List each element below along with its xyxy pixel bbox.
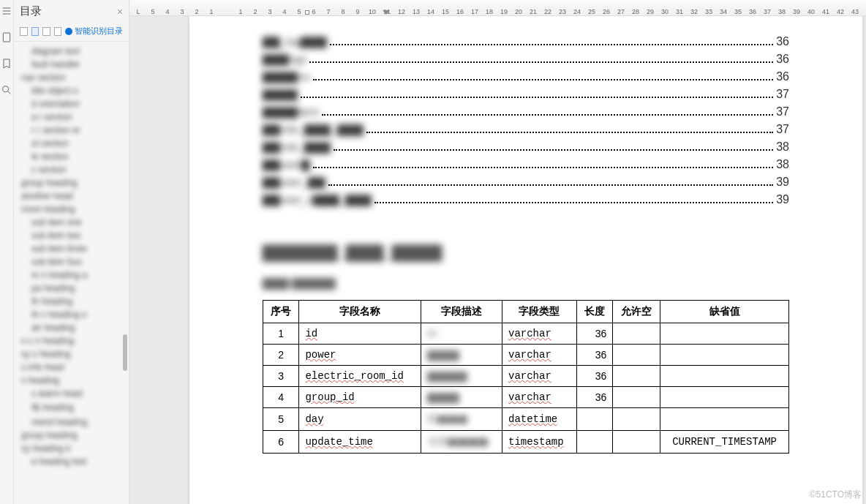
table-cell [613,408,660,431]
toc-item[interactable]: sub item one [21,216,129,229]
doc-toc-label: ▇▇▇▇nu [263,70,310,83]
document-viewport[interactable]: ◉ ▇▇_log▇▇▇36▇▇▇ngs36▇▇▇▇nu36▇▇▇▇37▇▇▇▇l… [129,16,866,504]
toc-item[interactable]: th c heading o [21,308,129,321]
toc-item[interactable]: group heading [21,176,129,189]
horizontal-ruler[interactable]: ▾ L5432112345678910111213141516171819202… [129,0,866,16]
table-row: 6update_time当前▇▇▇▇timestampCURRENT_TIMES… [263,431,789,454]
toc-item[interactable]: a r section [21,110,129,124]
toc-item[interactable]: diagram text [21,45,129,58]
doc-toc-entry[interactable]: ▇▇role_▇▇▇38 [263,140,789,154]
table-cell: CURRENT_TIMESTAMP [660,431,789,454]
toc-checkbox-4[interactable] [54,27,62,36]
toc-item[interactable]: fault handler [21,58,129,71]
doc-toc-entry[interactable]: ▇▇▇▇larm37 [263,105,789,119]
table-cell [576,408,612,431]
doc-toc-page: 39 [776,176,789,189]
ruler-mark: 41 [818,8,833,15]
ruler-mark: 3 [175,8,189,15]
toc-item[interactable]: 电 heading [21,400,129,415]
section-heading: ▇▇▇▇▇▇_▇▇▇_▇▇▇▇ [263,243,789,262]
toc-item[interactable]: c section [21,163,129,176]
toc-icon[interactable] [0,4,13,18]
toc-list[interactable]: diagram text fault handler nav section t… [14,42,129,504]
doc-toc-label: ▇▇_log▇▇▇ [263,35,327,48]
table-cell: 36 [576,323,612,345]
toc-item[interactable]: d orientation [21,97,129,110]
th-default: 缺省值 [660,301,789,323]
table-cell: 6 [263,431,299,454]
ruler-mark: 43 [848,8,862,15]
ruler-mark: 38 [775,8,789,15]
toc-item[interactable]: sub item four [21,255,129,268]
close-icon[interactable]: × [117,6,123,18]
toc-item[interactable]: s heading [21,374,129,387]
toc-scrollbar-thumb[interactable] [123,334,127,371]
toc-item[interactable]: sy s heading [21,347,129,361]
doc-toc-entry[interactable]: ▇▇_log▇▇▇36 [263,35,789,48]
table-cell: day [299,408,421,431]
table-cell: ID [421,323,502,345]
toc-item[interactable]: another head [21,189,129,203]
doc-toc-leader [301,97,773,98]
toc-panel: 目录 × 智能识别目录 diagram text fault handler n… [14,0,129,504]
doc-toc-entry[interactable]: ▇▇user▇38 [263,158,789,171]
toc-item[interactable]: title object o [21,84,129,97]
doc-toc-entry[interactable]: ▇▇user_s▇▇▇_▇▇▇39 [263,193,789,206]
doc-toc-page: 39 [776,193,789,206]
doc-toc-entry[interactable]: ▇▇user_▇▇39 [263,176,789,189]
toc-checkbox-3[interactable] [42,27,50,36]
ruler-mark: 35 [731,8,745,15]
toc-item[interactable]: m n heading a [21,268,129,282]
ruler-mark: 24 [570,8,584,15]
toc-item[interactable]: mend heading [21,415,129,429]
table-cell: 36 [576,387,612,408]
page-icon[interactable] [0,31,13,44]
toc-item[interactable]: n c n heading [21,334,129,347]
toc-item[interactable]: e heading text [21,455,129,468]
doc-toc-entry[interactable]: ▇▇role_▇▇▇_▇▇▇37 [263,123,789,136]
toc-item[interactable]: r r section er [21,124,129,137]
ruler-mark: 9 [350,8,365,15]
toc-item[interactable]: sub item two [21,229,129,242]
doc-toc-leader [309,61,773,63]
ruler-left-margin[interactable] [305,10,309,15]
toc-item[interactable]: ol section [21,137,129,150]
th-name: 字段名称 [299,301,421,323]
toc-item[interactable]: th heading [21,295,129,308]
doc-toc-entry[interactable]: ▇▇▇▇37 [263,88,789,101]
doc-toc-leader [328,184,774,186]
toc-item[interactable]: air heading [21,321,129,334]
toc-item[interactable]: s info head [21,361,129,374]
toc-item[interactable]: pa heading [21,282,129,295]
doc-toc-entry[interactable]: ▇▇▇ngs36 [263,53,789,66]
ruler-mark: 27 [614,8,628,15]
ruler-mark: 17 [467,8,482,15]
ruler-mark: 2 [248,8,263,15]
table-cell: 1 [263,323,299,345]
toc-checkbox-1[interactable] [20,27,28,36]
table-cell [660,408,789,431]
bookmark-icon[interactable] [0,57,13,70]
toc-item[interactable]: sub item three [21,242,129,255]
toc-item[interactable]: nav section [21,71,129,84]
table-cell [660,366,789,387]
ruler-mark: 5 [292,8,306,15]
toc-checkbox-2[interactable] [31,27,39,36]
doc-toc-entry[interactable]: ▇▇▇▇nu36 [263,70,789,83]
ruler-indent-marker[interactable] [383,10,390,15]
table-cell: 当前▇▇▇▇ [421,431,502,454]
toc-item[interactable]: more heading [21,203,129,216]
search-icon[interactable] [0,83,13,97]
fields-table: 序号 字段名称 字段描述 字段类型 长度 允许空 缺省值 1idIDvarcha… [263,300,789,454]
toc-item[interactable]: group heading [21,429,129,442]
table-row: 4group_id▇▇▇▇varchar36 [263,387,789,408]
smart-detect-toc[interactable]: 智能识别目录 [65,26,123,37]
table-cell [613,345,660,366]
table-cell: datetime [502,408,577,431]
th-seq: 序号 [263,301,299,323]
toc-toolbar: 智能识别目录 [14,23,129,42]
sub-heading: ▇▇▇ ▇▇▇▇▇ [263,277,789,290]
toc-item[interactable]: le section [21,150,129,163]
toc-item[interactable]: sy heading k [21,442,129,455]
toc-item[interactable]: s alarm head [21,387,129,400]
